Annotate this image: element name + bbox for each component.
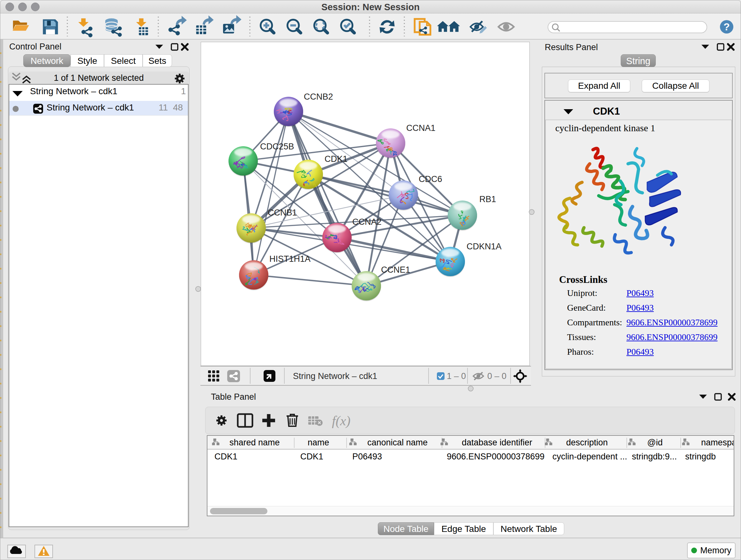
svg-text:f(x): f(x)	[332, 414, 350, 428]
